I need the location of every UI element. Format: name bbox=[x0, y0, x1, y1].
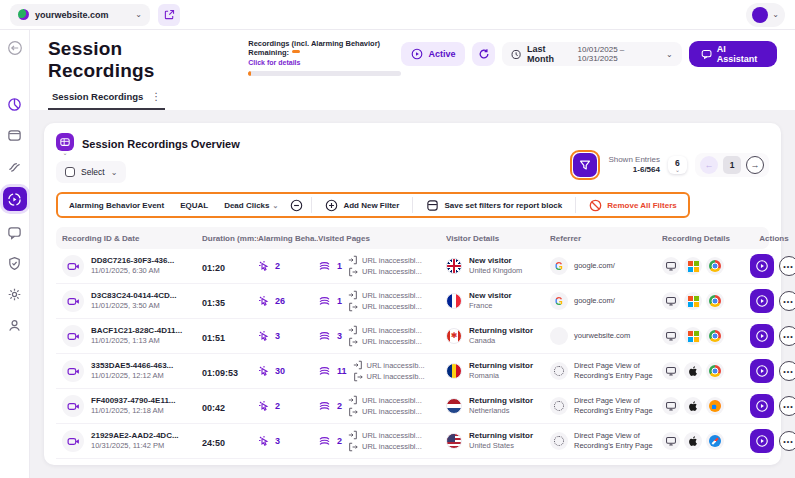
open-site-button[interactable] bbox=[158, 4, 180, 26]
video-thumbnail-button[interactable] bbox=[62, 325, 84, 347]
chrome-icon bbox=[709, 260, 721, 272]
content-area: ⌄ Session Recordings Overview Select ⌄ bbox=[30, 110, 795, 478]
play-recording-button[interactable] bbox=[750, 359, 774, 383]
exit-page[interactable]: URL inaccessibl... bbox=[348, 406, 422, 417]
prev-page-button[interactable]: ← bbox=[700, 156, 718, 174]
col-header-referrer[interactable]: Referrer bbox=[550, 234, 662, 243]
more-actions-button[interactable]: ••• bbox=[779, 326, 795, 346]
os-icon bbox=[684, 432, 702, 450]
exit-page[interactable]: URL inaccessib... bbox=[353, 371, 425, 382]
entry-page[interactable]: URL inaccessibl... bbox=[348, 395, 422, 406]
entry-page[interactable]: URL inaccessibl... bbox=[348, 255, 422, 266]
dashboard-icon bbox=[7, 97, 22, 112]
next-page-button[interactable]: → bbox=[746, 156, 764, 174]
chevron-down-icon: ⌄ bbox=[111, 168, 118, 177]
add-new-filter-button[interactable]: Add New Filter bbox=[318, 199, 406, 212]
remove-filter-button[interactable] bbox=[287, 196, 305, 214]
save-filters-button[interactable]: Save set filters for report block bbox=[419, 199, 569, 212]
play-recording-button[interactable] bbox=[750, 324, 774, 348]
filter-operator-chip[interactable]: EQUAL bbox=[173, 201, 215, 210]
col-header-id[interactable]: Recording ID & Date bbox=[62, 234, 202, 243]
entry-page[interactable]: URL inaccessib... bbox=[353, 360, 425, 371]
video-thumbnail-button[interactable] bbox=[62, 255, 84, 277]
sidebar-item-dashboard[interactable] bbox=[5, 94, 25, 114]
video-thumbnail-button[interactable] bbox=[62, 430, 84, 452]
col-header-visitor[interactable]: Visitor Details bbox=[446, 234, 550, 243]
table-row[interactable]: BACF1C21-828C-4D11... 11/01/2025, 1:13 A… bbox=[56, 319, 769, 354]
video-thumbnail-button[interactable] bbox=[62, 395, 84, 417]
remaining-details-link[interactable]: Click for details bbox=[248, 59, 401, 66]
table-row[interactable]: 21929AE2-AAD2-4DC... 10/31/2025, 11:42 P… bbox=[56, 424, 769, 459]
entry-page-icon bbox=[348, 290, 358, 300]
table-row[interactable]: DD8C7216-30F3-436... 11/01/2025, 6:30 AM… bbox=[56, 249, 769, 284]
col-header-actions[interactable]: Actions bbox=[746, 234, 795, 243]
play-icon bbox=[755, 434, 769, 448]
select-all-control[interactable]: Select ⌄ bbox=[56, 161, 126, 183]
site-selector[interactable]: yourwebsite.com ⌄ bbox=[10, 4, 150, 26]
more-actions-button[interactable]: ••• bbox=[779, 431, 795, 451]
site-status-icon bbox=[18, 9, 29, 20]
col-header-details[interactable]: Recording Details bbox=[662, 234, 746, 243]
remaining-label: Recordings (incl. Alarming Behavior) Rem… bbox=[248, 39, 401, 58]
exit-page[interactable]: URL inaccessibl... bbox=[348, 266, 422, 277]
play-recording-button[interactable] bbox=[750, 429, 774, 453]
sidebar-item-recordings[interactable] bbox=[3, 187, 27, 211]
play-recording-button[interactable] bbox=[750, 289, 774, 313]
table-row[interactable]: 3353DAE5-4466-463... 11/01/2025, 12:12 A… bbox=[56, 354, 769, 389]
pages-count: 1 bbox=[337, 261, 342, 271]
play-recording-button[interactable] bbox=[750, 254, 774, 278]
filter-value-chip[interactable]: Dead Clicks⌄ bbox=[217, 201, 285, 210]
col-header-duration[interactable]: Duration (mm:ss) bbox=[202, 234, 258, 243]
sidebar-item-privacy[interactable] bbox=[5, 253, 25, 273]
entry-page[interactable]: URL inaccessibl... bbox=[348, 290, 422, 301]
remaining-indicator bbox=[292, 50, 300, 53]
block-icon bbox=[589, 199, 602, 212]
more-actions-button[interactable]: ••• bbox=[779, 396, 795, 416]
video-thumbnail-button[interactable] bbox=[62, 290, 84, 312]
sidebar-item-heatmaps[interactable] bbox=[5, 125, 25, 145]
google-icon: G bbox=[555, 296, 563, 307]
video-thumbnail-button[interactable] bbox=[62, 360, 84, 382]
overview-icon[interactable] bbox=[56, 133, 74, 151]
avatar bbox=[752, 7, 768, 23]
exit-page[interactable]: URL inaccessibl... bbox=[348, 301, 422, 312]
ai-assistant-button[interactable]: AI Assistant bbox=[689, 41, 777, 67]
recording-date: 11/01/2025, 6:30 AM bbox=[91, 266, 174, 276]
sidebar-item-journeys[interactable] bbox=[5, 156, 25, 176]
select-checkbox[interactable] bbox=[65, 167, 75, 177]
entry-url: URL inaccessibl... bbox=[362, 290, 422, 301]
sidebar-item-settings[interactable] bbox=[5, 284, 25, 304]
recording-id: BACF1C21-828C-4D11... bbox=[91, 326, 182, 336]
play-recording-button[interactable] bbox=[750, 394, 774, 418]
more-actions-button[interactable]: ••• bbox=[779, 256, 795, 276]
entry-page[interactable]: URL inaccessibl... bbox=[348, 430, 422, 441]
tab-session-recordings[interactable]: Session Recordings ⋮ bbox=[48, 91, 165, 110]
current-page[interactable]: 1 bbox=[723, 156, 741, 174]
sidebar-item-feedback[interactable] bbox=[5, 222, 25, 242]
col-header-alarming[interactable]: Alarming Beha... 66 bbox=[258, 233, 318, 243]
refresh-button[interactable] bbox=[472, 42, 494, 66]
user-menu[interactable]: ⌄ bbox=[746, 3, 785, 27]
flag-icon bbox=[446, 328, 462, 344]
entry-page[interactable]: URL inaccessibl... bbox=[348, 325, 422, 336]
col-header-pages[interactable]: Visited Pages bbox=[318, 234, 446, 243]
table-row[interactable]: D3C83C24-0414-4CD... 11/01/2025, 3:50 AM… bbox=[56, 284, 769, 319]
more-actions-button[interactable]: ••• bbox=[779, 361, 795, 381]
exit-page[interactable]: URL inaccessibl... bbox=[348, 441, 422, 452]
more-actions-button[interactable]: ••• bbox=[779, 291, 795, 311]
tab-kebab-menu[interactable]: ⋮ bbox=[151, 91, 161, 102]
sidebar-item-users[interactable] bbox=[5, 315, 25, 335]
date-range-picker[interactable]: Last Month 10/01/2025 – 10/31/2025 ⌄ bbox=[502, 42, 682, 66]
table-row[interactable]: FF400937-4790-4E11... 11/01/2025, 12:18 … bbox=[56, 389, 769, 424]
active-filter-button[interactable]: Active bbox=[401, 42, 465, 66]
exit-page-icon bbox=[348, 337, 358, 347]
filter-field-chip[interactable]: Alarming Behavior Event bbox=[62, 201, 171, 210]
ai-assistant-label: AI Assistant bbox=[717, 44, 765, 64]
page-size-select[interactable]: 6 ⌄ bbox=[668, 156, 687, 174]
recordings-remaining: Recordings (incl. Alarming Behavior) Rem… bbox=[248, 39, 401, 76]
exit-page[interactable]: URL inaccessibl... bbox=[348, 336, 422, 347]
sidebar-item-collapse[interactable] bbox=[5, 38, 25, 58]
filter-button[interactable] bbox=[573, 153, 597, 177]
remove-all-filters-button[interactable]: Remove All Filters bbox=[582, 199, 684, 212]
entry-page-icon bbox=[348, 255, 358, 265]
